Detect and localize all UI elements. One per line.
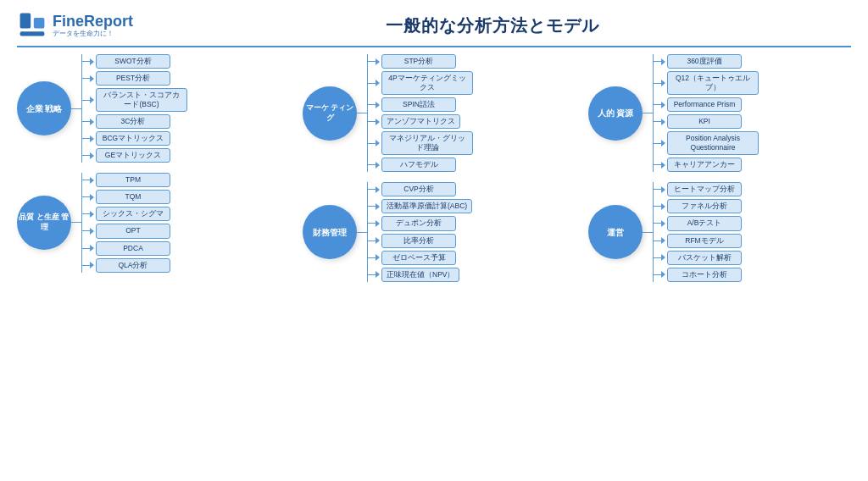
branch-box: ファネル分析	[667, 199, 742, 213]
svg-rect-2	[20, 31, 45, 36]
branch-entry: SWOT分析	[81, 54, 187, 69]
branches-kigyou: SWOT分析 PEST分析 バランスト・スコアカード(BSC) 3C分析 BCG…	[81, 54, 187, 163]
h-line-marketing	[357, 113, 367, 113]
branch-box: KPI	[667, 114, 742, 129]
branch-box: SWOT分析	[96, 54, 170, 69]
branch-box: A/Bテスト	[667, 216, 742, 230]
branch-box: STP分析	[381, 54, 456, 69]
branch-entry: CVP分析	[367, 182, 472, 196]
h-line-hinshitsu	[71, 222, 81, 223]
page-title: 一般的な分析方法とモデル	[133, 14, 851, 37]
branch-entries-hinshitsu: TPM TQM シックス・シグマ OPT PDCA QLA分析	[81, 173, 170, 272]
branch-box: キャリアアンカー	[667, 158, 742, 172]
branch-box: TQM	[96, 190, 170, 204]
left-column: 企業 戦略 SWOT分析 PEST分析 バランスト・スコアカード(BSC) 3C…	[17, 54, 280, 282]
branch-box: GEマトリックス	[96, 148, 170, 163]
svg-rect-0	[20, 14, 31, 29]
branch-entry: QLA分析	[81, 258, 170, 273]
branch-entries-unei: ヒートマップ分析 ファネル分析 A/Bテスト RFMモデル バスケット解析 コホ…	[653, 182, 742, 281]
logo-area: FineReport データを生命力に！	[17, 10, 133, 41]
branch-box: CVP分析	[381, 182, 456, 196]
branch-entry: PEST分析	[81, 71, 187, 86]
middle-column: マーケ ティング STP分析 4Pマーケティングミックス SPIN話法 アンゾフ…	[303, 54, 565, 282]
branch-entry: 360度評価	[653, 54, 759, 69]
right-column: 人的 資源 360度評価 Q12（キュートゥエルブ） Performance P…	[588, 54, 851, 282]
center-marketing: マーケ ティング	[303, 86, 357, 141]
branch-box: QLA分析	[96, 258, 170, 273]
branch-entry: SPIN話法	[367, 97, 473, 112]
branch-entries-zaimu: CVP分析 活動基準原価計算(ABC) デュポン分析 比率分析 ゼロベース予算 …	[367, 182, 472, 281]
center-unei: 運営	[588, 205, 643, 259]
divider	[17, 46, 851, 47]
branch-entry: OPT	[81, 224, 170, 238]
branch-entry: Q12（キュートゥエルブ）	[653, 71, 759, 95]
branch-box: Position Analysis Questionnaire	[667, 131, 759, 155]
branch-entry: ハフモデル	[367, 158, 473, 172]
branch-box: PDCA	[96, 241, 170, 256]
branch-box: Performance Prism	[667, 97, 742, 112]
branch-box: SPIN話法	[381, 97, 456, 112]
branch-entry: 比率分析	[367, 234, 472, 248]
branch-entry: Performance Prism	[653, 97, 759, 112]
branch-box: PEST分析	[96, 71, 170, 86]
branch-box: 正味現在値（NPV）	[381, 268, 459, 282]
branch-entry: マネジリアル・グリッド理論	[367, 131, 473, 155]
logo-icon	[17, 10, 47, 41]
branch-entry: ゼロベース予算	[367, 251, 472, 265]
branch-box: 比率分析	[381, 234, 456, 248]
branch-box: アンゾフマトリクス	[381, 114, 460, 129]
branch-box: 3C分析	[96, 114, 170, 129]
branch-entry: TPM	[81, 173, 170, 187]
h-line-unei	[643, 232, 653, 233]
group-zaimu: 財務管理 CVP分析 活動基準原価計算(ABC) デュポン分析 比率分析 ゼロベ…	[303, 182, 565, 281]
branch-entry: バランスト・スコアカード(BSC)	[81, 88, 187, 112]
branch-box: 4Pマーケティングミックス	[381, 71, 473, 95]
branch-box: コホート分析	[667, 268, 742, 282]
branches-jinzai: 360度評価 Q12（キュートゥエルブ） Performance Prism K…	[653, 54, 759, 172]
branch-box: マネジリアル・グリッド理論	[381, 131, 473, 155]
branch-entry: TQM	[81, 190, 170, 204]
group-marketing: マーケ ティング STP分析 4Pマーケティングミックス SPIN話法 アンゾフ…	[303, 54, 565, 172]
branch-entry: バスケット解析	[653, 251, 742, 265]
branch-entry: アンゾフマトリクス	[367, 114, 473, 129]
h-line-jinzai	[643, 113, 653, 113]
center-kigyou: 企業 戦略	[17, 81, 71, 135]
branch-box: ハフモデル	[381, 158, 456, 172]
h-line-zaimu	[357, 232, 367, 233]
group-hinshitsu: 品質 と生産 管理 TPM TQM シックス・シグマ OPT PDCA QLA分…	[17, 173, 280, 272]
branch-entry: 4Pマーケティングミックス	[367, 71, 473, 95]
branch-entry: シックス・シグマ	[81, 207, 170, 221]
logo-main-text: FineReport	[53, 14, 133, 30]
branches-unei: ヒートマップ分析 ファネル分析 A/Bテスト RFMモデル バスケット解析 コホ…	[653, 182, 742, 281]
branch-entry: A/Bテスト	[653, 216, 742, 230]
branch-entry: ファネル分析	[653, 199, 742, 213]
branch-entry: GEマトリックス	[81, 148, 187, 163]
group-kigyou: 企業 戦略 SWOT分析 PEST分析 バランスト・スコアカード(BSC) 3C…	[17, 54, 280, 163]
branch-box: OPT	[96, 224, 170, 238]
branch-box: デュポン分析	[381, 216, 456, 230]
page: FineReport データを生命力に！ 一般的な分析方法とモデル 企業 戦略 …	[0, 0, 868, 481]
branch-box: ヒートマップ分析	[667, 182, 742, 196]
branch-entry: キャリアアンカー	[653, 158, 759, 172]
branches-hinshitsu: TPM TQM シックス・シグマ OPT PDCA QLA分析	[81, 173, 170, 272]
branch-box: BCGマトリックス	[96, 131, 170, 146]
branch-box: Q12（キュートゥエルブ）	[667, 71, 759, 95]
logo-text-area: FineReport データを生命力に！	[53, 14, 133, 38]
main-content: 企業 戦略 SWOT分析 PEST分析 バランスト・スコアカード(BSC) 3C…	[17, 54, 851, 282]
branch-entry: コホート分析	[653, 268, 742, 282]
branch-entry: KPI	[653, 114, 759, 129]
branch-box: RFMモデル	[667, 234, 742, 248]
header: FineReport データを生命力に！ 一般的な分析方法とモデル	[17, 10, 851, 41]
branch-entries-jinzai: 360度評価 Q12（キュートゥエルブ） Performance Prism K…	[653, 54, 759, 172]
svg-rect-1	[34, 18, 45, 29]
branch-box: バスケット解析	[667, 251, 742, 265]
branch-entry: RFMモデル	[653, 234, 742, 248]
center-hinshitsu: 品質 と生産 管理	[17, 196, 71, 250]
branch-entry: BCGマトリックス	[81, 131, 187, 146]
branch-box: 360度評価	[667, 54, 742, 69]
branch-box: TPM	[96, 173, 170, 187]
branch-entry: STP分析	[367, 54, 473, 69]
branch-entry: デュポン分析	[367, 216, 472, 230]
group-jinzai: 人的 資源 360度評価 Q12（キュートゥエルブ） Performance P…	[588, 54, 851, 172]
center-jinzai: 人的 資源	[588, 86, 643, 141]
